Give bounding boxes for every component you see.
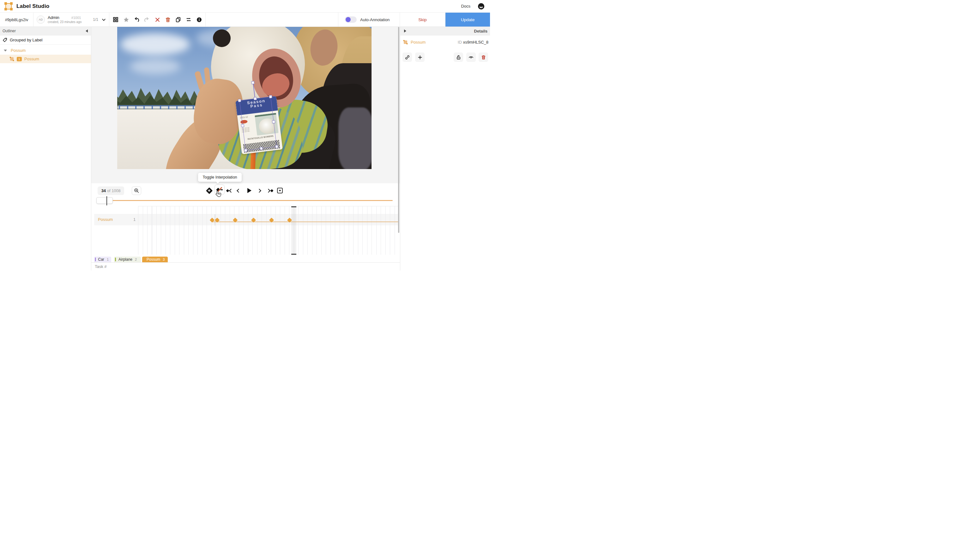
label-chip-airplane[interactable]: Airplane2 <box>114 256 141 262</box>
link-region-button[interactable] <box>402 53 412 62</box>
frame-counter-input[interactable]: 34 of 1008 <box>98 186 124 195</box>
column-bottom-tick <box>291 254 297 255</box>
tooltip: Toggle Interpolation <box>198 173 242 182</box>
selected-region-row[interactable]: Possum IDxs9mHLSC_8 <box>400 39 490 45</box>
created-timestamp: created, 23 minutes ago <box>48 20 81 24</box>
keyframe-add-icon <box>207 188 212 193</box>
previous-keyframe-button[interactable] <box>226 187 232 194</box>
annotation-info-section: AD Admin#1001 created, 23 minutes ago 1/… <box>33 13 109 27</box>
region-name: Possum <box>24 57 39 61</box>
scene-jacket-highlight <box>338 107 372 169</box>
add-relation-button[interactable] <box>415 53 425 62</box>
resize-handle-nw[interactable] <box>238 99 241 102</box>
plus-icon <box>418 55 422 60</box>
resize-handle-sw[interactable] <box>244 149 247 152</box>
label-chip-car[interactable]: Car1 <box>94 256 111 262</box>
redo-button[interactable] <box>144 16 150 23</box>
magnifier-plus-icon <box>134 188 139 193</box>
task-id: #9pb8Lgs2iv <box>0 13 33 27</box>
lock-region-button[interactable] <box>454 53 463 62</box>
chevron-left-icon <box>229 189 233 193</box>
chip-label: Car <box>98 257 104 262</box>
collapse-timeline-button[interactable] <box>277 187 283 194</box>
divider <box>91 262 400 263</box>
duplicate-button[interactable] <box>175 16 181 23</box>
timeline-grid[interactable] <box>138 206 399 255</box>
trash-icon <box>481 55 486 60</box>
top-header: Label Studio Docs <box>0 0 490 13</box>
next-keyframe-button[interactable] <box>267 187 273 194</box>
zoom-in-button[interactable] <box>132 186 141 195</box>
seekbar-line[interactable] <box>101 200 393 201</box>
region-id-value: xs9mHLSC_8 <box>463 40 488 45</box>
chip-hotkey: 3 <box>163 258 165 261</box>
update-button[interactable]: Update <box>445 13 490 27</box>
column-top-tick <box>291 206 297 207</box>
app-title: Label Studio <box>16 3 49 10</box>
rotation-handle[interactable] <box>251 81 255 84</box>
region-bbox-icon <box>403 40 408 45</box>
chip-color-bar <box>143 258 144 261</box>
video-stage: Season Pass 2011-12 RATATOUILLE BOWERS <box>91 27 400 183</box>
seekbar-playhead[interactable] <box>107 196 107 205</box>
video-canvas[interactable]: Season Pass 2011-12 RATATOUILLE BOWERS <box>117 27 372 169</box>
resize-handle-ne[interactable] <box>269 95 272 98</box>
delete-region-button[interactable] <box>479 53 488 62</box>
next-frame-button[interactable] <box>258 187 261 194</box>
keyframe-diamond-icon <box>270 189 274 192</box>
docs-link[interactable]: Docs <box>461 4 471 8</box>
chevron-right-icon <box>257 189 261 193</box>
hide-region-button[interactable] <box>466 53 476 62</box>
collapse-right-icon[interactable] <box>404 29 406 33</box>
resize-handle-w[interactable] <box>241 124 244 127</box>
frame-of-label: of <box>107 189 110 193</box>
main-content: Season Pass 2011-12 RATATOUILLE BOWERS <box>91 27 400 270</box>
add-keyframe-button[interactable] <box>205 187 213 194</box>
grouping-selector[interactable]: Grouped by Label <box>0 35 91 45</box>
delete-trash-button[interactable] <box>165 16 171 23</box>
scene-possum-ear <box>213 29 231 47</box>
star-button[interactable] <box>123 16 129 23</box>
resize-handle-se[interactable] <box>275 145 278 148</box>
group-row-possum[interactable]: Possum <box>0 46 91 55</box>
play-icon <box>247 188 251 193</box>
auto-annotation-toggle[interactable] <box>345 16 357 23</box>
id-label: ID <box>458 40 462 45</box>
track-label: Possum <box>98 217 113 222</box>
github-icon[interactable] <box>477 3 485 10</box>
toggle-interpolation-button[interactable] <box>215 185 224 195</box>
details-header: Details <box>400 27 490 35</box>
interpolation-line <box>212 221 399 223</box>
region-index-badge: 1 <box>17 57 22 61</box>
outliner-title: Outliner <box>3 29 16 33</box>
details-panel: Details Possum IDxs9mHLSC_8 <box>400 27 490 270</box>
expand-down-icon[interactable] <box>4 49 7 51</box>
tooltip-text: Toggle Interpolation <box>202 175 237 180</box>
eye-icon <box>469 55 474 60</box>
current-frame-column <box>291 206 297 255</box>
interpolation-icon <box>216 187 223 192</box>
label-chip-possum[interactable]: Possum3 <box>142 256 168 262</box>
chevron-down-icon[interactable] <box>102 18 105 21</box>
box-chevron-icon <box>277 188 283 193</box>
play-button[interactable] <box>247 187 251 194</box>
annotation-bounding-box[interactable] <box>239 97 277 151</box>
previous-frame-button[interactable] <box>237 187 240 194</box>
views-grid-button[interactable] <box>113 16 119 23</box>
chip-label: Airplane <box>118 257 132 262</box>
task-toolbar: #9pb8Lgs2iv AD Admin#1001 created, 23 mi… <box>0 13 490 27</box>
seekbar-window-handle[interactable] <box>96 197 113 204</box>
region-row-possum[interactable]: 1 Possum <box>0 55 91 63</box>
resize-handle-s[interactable] <box>260 147 263 150</box>
collapse-left-icon[interactable] <box>86 29 88 33</box>
info-button[interactable] <box>196 16 202 23</box>
scrollbar[interactable] <box>398 27 399 233</box>
scene-cloud <box>130 59 180 74</box>
reject-x-button[interactable] <box>154 16 161 23</box>
settings-sliders-button[interactable] <box>185 16 192 23</box>
undo-button[interactable] <box>133 16 140 23</box>
current-frame: 34 <box>102 188 106 193</box>
resize-handle-n[interactable] <box>253 97 256 100</box>
resize-handle-e[interactable] <box>272 120 275 123</box>
skip-button[interactable]: Skip <box>400 13 445 27</box>
